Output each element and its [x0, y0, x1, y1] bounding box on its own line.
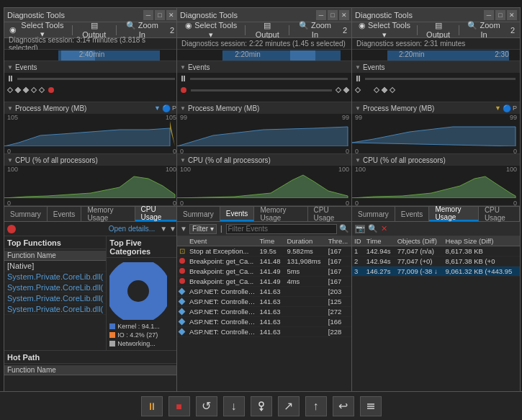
event-thread: [167 [326, 267, 352, 277]
event-row[interactable]: Breakpoint: get_Ca... 141.48 131,908ms [… [177, 256, 352, 267]
open-details-1[interactable]: Open details... [109, 225, 155, 233]
session-info-2: Diagnostics session: 2:22 minutes (1.45 … [177, 38, 352, 50]
delete-btn[interactable]: ✕ [381, 224, 387, 233]
run-to-click-btn[interactable]: ↑ [305, 396, 327, 416]
filter-icon-1[interactable]: ▼ [160, 225, 167, 233]
diamond-9 [374, 87, 379, 93]
toolbar-3: ◉ Select Tools ▾ ▤ Output 🔍 Zoom In 2 [352, 22, 520, 38]
pause-btn[interactable]: ⏸ [141, 396, 163, 416]
cpu-toolbar-1: Open details... ▼ ▼ [4, 222, 179, 236]
sort-icon-1[interactable]: ▼ [169, 225, 176, 233]
snapshot-row[interactable]: 3 146.27s 77,009 (-38 ↓ 9,061.32 KB (+44… [352, 267, 520, 277]
event-row[interactable]: ⊡ Stop at Exception... 19.5s 9.582ms [16… [177, 246, 352, 256]
events-header-3: ▼ Events [352, 61, 520, 73]
fn-row-0[interactable]: [Native] [4, 261, 106, 272]
camera-icon[interactable]: 📷 [355, 225, 365, 233]
memory-header-1: ▼ Process Memory (MB) ▼ 🔵 P [4, 102, 179, 114]
cpu-label-1: CPU (% of all processors) [15, 156, 98, 164]
fn-row-1[interactable]: System.Private.CoreLib.dll( [4, 272, 106, 282]
close-btn-2[interactable]: ✕ [339, 10, 349, 20]
event-row[interactable]: ASP.NET: Controller... 141.63 [272 [177, 307, 352, 317]
output-btn-3[interactable]: ▤ Output [420, 20, 456, 40]
tab-memory-2[interactable]: Memory Usage [254, 207, 307, 221]
close-btn-3[interactable]: ✕ [507, 10, 517, 20]
step-into-btn[interactable] [251, 396, 272, 416]
tab-summary-2[interactable]: Summary [177, 207, 220, 221]
fn-row-4[interactable]: System.Private.CoreLib.dll( [4, 304, 106, 315]
output-btn-2[interactable]: ▤ Output [248, 20, 286, 40]
record-btn-1[interactable] [7, 225, 16, 233]
search-icon[interactable]: 🔍 [339, 224, 349, 233]
diamond-4 [31, 87, 37, 93]
minimize-btn-1[interactable]: ─ [143, 10, 153, 20]
filter-events-input[interactable] [226, 224, 337, 234]
event-row[interactable]: ASP.NET: Controller... 141.63 [166 [177, 317, 352, 327]
event-row[interactable]: ASP.NET: Controller... 141.63 [125 [177, 297, 352, 307]
go-back-btn[interactable]: ↩ [333, 396, 354, 416]
zoom-btn-2[interactable]: 🔍 Zoom In [292, 20, 338, 40]
minimize-btn-2[interactable]: ─ [316, 10, 326, 20]
stop-btn[interactable]: ■ [168, 396, 190, 416]
select-tools-btn-3[interactable]: ◉ Select Tools ▾ [355, 20, 414, 40]
zoom-num-1[interactable]: 2 [168, 25, 176, 35]
snap-objects: 77,047 (n/a) [395, 246, 444, 256]
tab-summary-3[interactable]: Summary [352, 207, 395, 221]
tab-cpu-1[interactable]: CPU Usage [135, 207, 180, 221]
zoom-num-2[interactable]: 2 [341, 25, 349, 35]
cpu-header-3: ▼ CPU (% of all processors) [352, 154, 520, 166]
close-btn-1[interactable]: ✕ [166, 10, 176, 20]
event-row[interactable]: ASP.NET: Controller... 141.63 [203 [177, 287, 352, 297]
maximize-btn-2[interactable]: □ [328, 10, 338, 20]
col-duration: Duration [284, 236, 325, 246]
event-time: 141.49 [257, 277, 284, 287]
cpu-bot-labels-3: 0 0 [352, 200, 520, 207]
snapshot-row[interactable]: 2 142.94s 77,047 (+0) 8,617.38 KB (+0 [352, 256, 520, 267]
events-row-4 [177, 84, 352, 96]
tab-summary-1[interactable]: Summary [4, 207, 48, 221]
memory-section-2: ▼ Process Memory (MB) 99 99 0 0 [177, 102, 352, 154]
fn-row-3[interactable]: System.Private.CoreLib.dll( [4, 293, 106, 304]
timeline-label-1: 2:40min [79, 50, 105, 58]
breakpoint-icon [179, 278, 185, 284]
timeline-2: 2:20min [177, 50, 352, 61]
snapshot-panel: 📷 🔍 ✕ ID Time Objects (Diff) Heap Size (… [352, 222, 520, 417]
tab-events-2[interactable]: Events [220, 207, 255, 221]
event-duration: 9.582ms [284, 246, 325, 256]
event-icon-cell [177, 327, 187, 337]
tab-events-3[interactable]: Events [395, 207, 430, 221]
events-table: Event Time Duration Thre... ⊡ Stop at Ex… [177, 236, 352, 337]
event-time: 141.63 [257, 307, 284, 317]
restart-btn[interactable]: ↺ [196, 396, 217, 416]
search-btn[interactable]: 🔍 [368, 224, 378, 233]
event-row[interactable]: Breakpoint: get_Ca... 141.49 4ms [167 [177, 277, 352, 287]
event-name: ASP.NET: Controller... [187, 287, 257, 297]
tab-memory-3[interactable]: Memory Usage [429, 207, 479, 221]
event-row[interactable]: ASP.NET: Controller... 141.63 [228 [177, 327, 352, 337]
maximize-btn-3[interactable]: □ [495, 10, 505, 20]
filter-btn[interactable]: Filter ▾ [189, 224, 217, 234]
maximize-btn-1[interactable]: □ [155, 10, 165, 20]
select-tools-btn-2[interactable]: ◉ Select Tools ▾ [180, 20, 242, 40]
diamond-event-icon [179, 308, 186, 316]
step-out-btn[interactable]: ↗ [278, 396, 300, 416]
select-icon-1: ◉ [9, 25, 17, 35]
zoom-num-3[interactable]: 2 [508, 25, 517, 35]
step-over-btn[interactable]: ↓ [223, 396, 245, 416]
timeline-label-3: 2:20min [399, 50, 425, 58]
tab-cpu-3[interactable]: CPU Usage [479, 207, 520, 221]
tab-memory-1[interactable]: Memory Usage [81, 207, 135, 221]
tab-events-1[interactable]: Events [48, 207, 82, 221]
tab-cpu-2[interactable]: CPU Usage [308, 207, 353, 221]
events-panel: ▼ Filter ▾ | 🔍 Event Time Duration Thre.… [177, 222, 352, 417]
events-label-3: Events [363, 63, 385, 71]
events-section-2: ▼ Events [177, 61, 352, 102]
more-btn[interactable] [360, 396, 382, 416]
col-heap: Heap Size (Diff) [444, 236, 520, 246]
diamond-6 [336, 87, 341, 93]
snapshot-row[interactable]: 1 142.94s 77,047 (n/a) 8,617.38 KB [352, 246, 520, 256]
snap-id: 1 [352, 246, 364, 256]
zoom-btn-3[interactable]: 🔍 Zoom In [462, 20, 505, 40]
fn-row-2[interactable]: System.Private.CoreLib.dll( [4, 282, 106, 293]
minimize-btn-3[interactable]: ─ [484, 10, 494, 20]
event-row[interactable]: Breakpoint: get_Ca... 141.49 5ms [167 [177, 267, 352, 277]
